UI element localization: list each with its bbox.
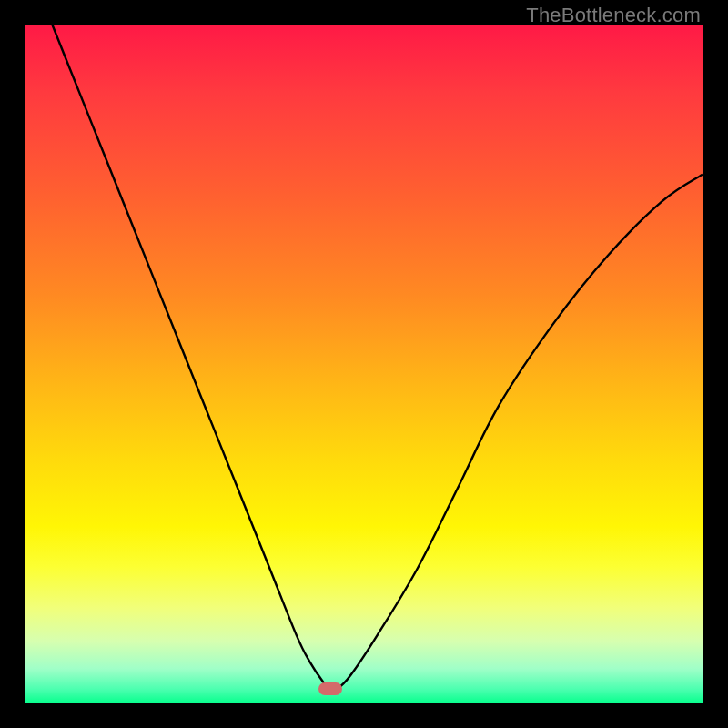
bottleneck-curve <box>25 25 703 703</box>
plot-area <box>25 25 703 703</box>
optimal-point-marker <box>318 682 342 695</box>
chart-frame: TheBottleneck.com <box>0 0 728 728</box>
watermark-text: TheBottleneck.com <box>526 4 701 27</box>
